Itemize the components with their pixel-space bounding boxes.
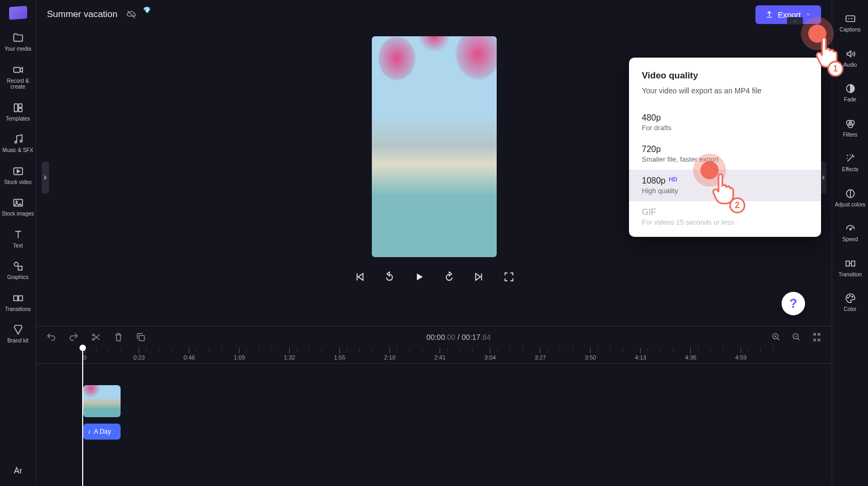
sidebar-item-music-sfx[interactable]: Music & SFX <box>2 129 35 158</box>
sidebar-item-graphics[interactable]: Graphics <box>2 256 35 285</box>
sidebar-item-more[interactable] <box>2 460 35 481</box>
popup-subtitle: Your video will export as an MP4 file <box>642 86 808 95</box>
svg-point-14 <box>92 339 94 340</box>
svg-rect-18 <box>846 16 855 22</box>
folder-icon <box>12 32 24 44</box>
zoom-out-button[interactable] <box>791 332 802 342</box>
sidebar-item-templates[interactable]: Templates <box>2 98 35 126</box>
sidebar-item-your-media[interactable]: Your media <box>2 28 35 57</box>
ruler-tick-label: 1:32 <box>284 354 295 361</box>
svg-rect-15 <box>139 336 145 341</box>
rewind-5s-button[interactable] <box>384 271 395 283</box>
sidebar-item-brand-kit[interactable]: Brand kit <box>2 320 35 348</box>
right-item-color[interactable]: Color <box>834 287 867 318</box>
forward-5s-button[interactable] <box>443 271 455 283</box>
sidebar-label: Graphics <box>7 274 28 281</box>
sidebar-item-transitions[interactable]: Transitions <box>2 288 35 317</box>
timeline-ruler[interactable]: 00:230:461:091:321:552:182:413:043:273:5… <box>36 348 832 364</box>
right-item-fade[interactable]: Fade <box>834 77 867 108</box>
audio-clip-label: A Day <box>94 428 111 435</box>
sidebar-label: Music & SFX <box>3 147 34 154</box>
tutorial-step-badge-1: 1 <box>827 61 843 77</box>
ruler-tick: 1:32 <box>284 348 295 363</box>
svg-point-28 <box>849 296 850 297</box>
fullscreen-button[interactable] <box>503 271 515 283</box>
main-column: Summer vacation 💎 Export ? <box>36 0 832 486</box>
cloud-sync-off-icon[interactable] <box>126 9 137 20</box>
ruler-tick: 4:13 <box>635 348 646 363</box>
svg-rect-1 <box>14 103 17 111</box>
playback-controls <box>354 271 515 283</box>
help-button[interactable]: ? <box>782 292 805 315</box>
sidebar-label: Text <box>13 243 22 249</box>
quality-option-720p[interactable]: 720p Smaller file, faster export <box>629 138 821 170</box>
ruler-tick: 0:23 <box>133 348 145 363</box>
sidebar-item-record-create[interactable]: Record & create <box>2 60 35 94</box>
hd-badge: HD <box>669 176 678 182</box>
sidebar-label: Stock video <box>4 179 32 186</box>
ruler-tick-label: 1:09 <box>234 354 245 361</box>
svg-point-29 <box>851 296 853 297</box>
undo-button[interactable] <box>46 332 57 342</box>
transition-icon <box>845 258 856 269</box>
timeline-panel: 00:00.00 / 00:17.84 00:230:461:091:321:5… <box>36 326 832 486</box>
graphics-icon <box>12 260 24 272</box>
ruler-tick-label: 0 <box>83 354 86 361</box>
speed-icon <box>845 222 856 234</box>
right-item-adjust-colors[interactable]: Adjust colors <box>834 182 867 213</box>
sidebar-item-text[interactable]: Text <box>2 225 35 253</box>
svg-rect-26 <box>851 261 854 266</box>
timeline-tracks[interactable]: ♪ A Day <box>36 364 832 486</box>
delete-button[interactable] <box>113 332 124 342</box>
ruler-tick-label: 1:55 <box>334 354 345 361</box>
svg-rect-0 <box>13 67 20 72</box>
zoom-in-button[interactable] <box>771 332 782 342</box>
filters-icon <box>845 118 856 130</box>
project-title[interactable]: Summer vacation <box>47 9 117 20</box>
svg-point-4 <box>14 141 17 144</box>
svg-point-27 <box>847 297 848 298</box>
templates-icon <box>12 102 24 114</box>
right-item-captions[interactable]: Captions <box>834 7 867 38</box>
ruler-tick: 0:46 <box>184 348 195 363</box>
play-button[interactable] <box>413 271 425 283</box>
timeline-toolbar: 00:00.00 / 00:17.84 <box>36 326 832 348</box>
quality-option-gif: GIF For videos 15 seconds or less <box>629 201 821 237</box>
right-item-speed[interactable]: Speed <box>834 217 867 248</box>
ruler-tick-label: 2:18 <box>384 354 395 361</box>
split-button[interactable] <box>91 332 101 342</box>
right-item-effects[interactable]: Effects <box>834 147 867 178</box>
svg-rect-25 <box>846 261 849 266</box>
quality-option-1080p[interactable]: 1080pHD High quality <box>629 170 821 201</box>
right-item-filters[interactable]: Filters <box>834 113 867 144</box>
aspect-ratio-toggle[interactable] <box>787 17 803 25</box>
ruler-tick-label: 2:41 <box>434 354 445 361</box>
skip-to-end-button[interactable] <box>473 271 485 283</box>
zoom-fit-button[interactable] <box>811 332 822 342</box>
quality-option-480p[interactable]: 480p For drafts <box>629 107 821 138</box>
audio-clip[interactable]: ♪ A Day <box>83 424 121 440</box>
ruler-tick: 3:04 <box>484 348 496 363</box>
svg-point-13 <box>92 334 94 336</box>
sidebar-item-stock-video[interactable]: Stock video <box>2 161 35 190</box>
expand-left-panel-handle[interactable] <box>42 162 49 194</box>
audio-icon <box>845 48 856 60</box>
right-item-transition[interactable]: Transition <box>834 252 867 283</box>
ruler-tick: 3:27 <box>535 348 546 363</box>
ruler-tick-label: 4:59 <box>735 354 746 361</box>
video-preview[interactable] <box>372 36 497 257</box>
duplicate-button[interactable] <box>136 332 146 342</box>
transitions-icon <box>12 292 24 304</box>
upload-icon <box>765 10 774 19</box>
sidebar-item-stock-images[interactable]: Stock images <box>2 193 35 221</box>
redo-button[interactable] <box>68 332 79 342</box>
playhead[interactable] <box>82 348 83 486</box>
svg-rect-11 <box>13 296 17 300</box>
ruler-tick: 1:09 <box>234 348 245 363</box>
skip-to-start-button[interactable] <box>354 271 365 283</box>
svg-rect-10 <box>18 266 22 270</box>
video-clip[interactable] <box>83 385 121 417</box>
sidebar-label: Your media <box>4 46 31 52</box>
stock-images-icon <box>12 197 24 209</box>
ruler-tick: 2:41 <box>434 348 445 363</box>
